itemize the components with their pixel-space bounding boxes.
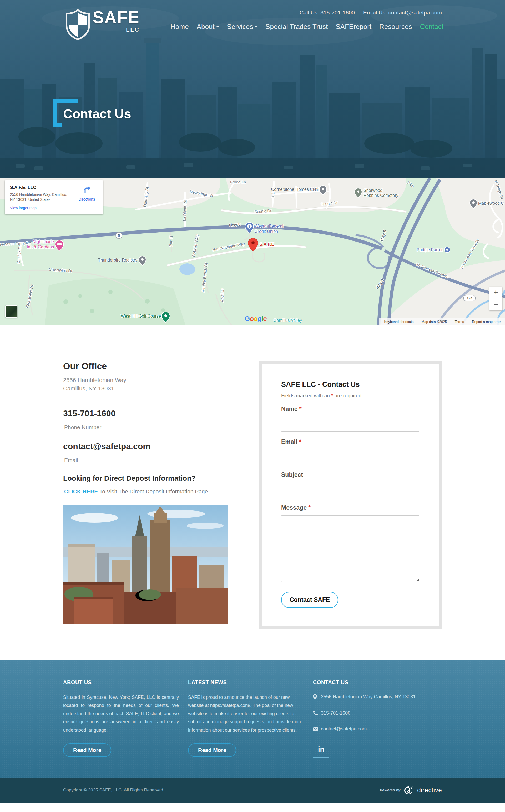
message-label: Message* [281,504,419,511]
map-label-par-pl: Par Pl [168,236,173,247]
location-pin-icon [313,693,321,702]
required-asterisk: * [308,504,311,511]
news-read-more-button[interactable]: Read More [188,743,236,757]
message-field-group: Message* [281,504,419,583]
subject-field-group: Subject [281,471,419,497]
syracuse-city-photo [63,505,228,624]
message-textarea[interactable] [281,515,419,582]
directive-logo-icon [403,785,414,795]
required-asterisk: * [299,405,302,412]
form-heading: SAFE LLC - Contact Us [281,380,419,389]
about-read-more-button[interactable]: Read More [63,743,111,757]
store-pin-icon [444,247,450,253]
map-label-cornerstone-homes: Cornerstone Homes CNY [271,187,319,191]
bottom-bar: Copyright © 2025 SAFE, LLC. All Rights R… [0,778,505,803]
name-field-group: Name* [281,405,419,432]
email-label: Email* [281,438,419,446]
map-label-anvil-dr: Anvil Dr [220,288,225,302]
footer-address-row: 2556 Hambletonian Way Camillus, NY 13031 [313,693,441,702]
map-label-sherwood: Sherwood [363,188,382,193]
main-nav: Home About Services Special Trades Trust… [170,23,444,31]
nav-item-special-trades-trust[interactable]: Special Trades Trust [266,23,328,31]
directions-button[interactable]: Directions [76,185,98,210]
name-label: Name* [281,405,419,413]
map-label-westar: Credit Union [255,229,278,234]
zoom-out-button[interactable]: − [489,299,502,311]
route-5-shield: 5 [118,234,120,237]
subject-input[interactable] [281,483,419,497]
logo-subtext: LLC [126,26,140,33]
logo-text: SAFE [93,9,140,26]
map-card-address: 2556 Hambletonian Way, Camillus, NY 1303… [10,192,76,202]
chevron-down-icon [216,26,219,29]
map-card-title: S.A.F.E. LLC [10,185,76,190]
required-fields-note: Fields marked with an * are required [281,393,419,398]
contact-form: SAFE LLC - Contact Us Fields marked with… [259,361,442,629]
latest-news-text: SAFE is proud to announce the launch of … [188,693,304,735]
footer-phone-row[interactable]: 315-701-1600 [313,710,441,717]
nav-item-resources[interactable]: Resources [379,23,412,31]
shield-logo-icon [65,9,91,40]
chevron-down-icon [255,26,258,29]
phone-icon [313,710,321,717]
map-zoom-control: + − [489,287,502,311]
contact-topbar: Call Us: 315-701-1600 Email Us: contact@… [293,9,442,16]
map-label-hwy5: Hwy 5 [229,222,241,227]
map-label-thunderbird: Thunderbird Registry [98,258,137,262]
map-label-frodo-ln: Frodo Ln [230,180,246,184]
map-label-golf-course: West Hill Golf Course [121,314,161,318]
linkedin-button[interactable]: in [313,741,329,758]
email-us-link[interactable]: Email Us: contact@safetpa.com [363,9,442,15]
page-footer: ABOUT US Situated in Syracuse, New York;… [0,660,505,778]
zoom-in-button[interactable]: + [489,287,502,299]
nav-item-contact[interactable]: Contact [420,23,444,31]
nav-item-services[interactable]: Services [227,23,258,31]
map-label-westar: Westar Federal [255,224,283,228]
about-us-text: Situated in Syracuse, New York; SAFE, LL… [63,693,179,735]
about-us-heading: ABOUT US [63,679,179,685]
email-input[interactable] [281,450,419,464]
route-174-shield: 174 [467,296,472,300]
email-field-group: Email* [281,438,419,464]
required-asterisk: * [299,438,301,445]
map-label-nightshade: Nightshade [33,239,54,244]
report-map-error-link[interactable]: Report a map error [472,320,501,324]
footer-email-row[interactable]: contact@safetpa.com [313,725,441,733]
view-larger-map-link[interactable]: View larger map [10,206,36,210]
powered-by-directive[interactable]: Powered by directive [380,785,442,795]
office-address: 2556 Hambletonian Way Camillus, NY 13031 [63,376,227,393]
nav-item-home[interactable]: Home [170,23,189,31]
satellite-view-toggle[interactable] [5,306,17,318]
map-label-maplewood: Maplewood C [478,201,504,205]
name-input[interactable] [281,417,419,432]
directions-icon [82,186,91,194]
map-label-ike-dixon-rd: Ike Dixon Rd [182,200,187,222]
site-logo[interactable]: SAFE LLC [65,9,140,40]
main-content: Our Office 2556 Hambletonian Way Camillu… [0,325,505,660]
phone-label: Phone Number [64,424,227,431]
map-attribution-bar: Keyboard shortcuts Map data ©2025 Terms … [379,318,505,325]
map-label-sherwood: Robbins Cemetery [363,193,398,198]
office-phone[interactable]: 315-701-1600 [63,409,227,419]
contact-safe-button[interactable]: Contact SAFE [281,592,338,608]
google-map-embed[interactable]: 5 174 Frodo Ln Donnelly St ir Dr Newbrid… [0,178,505,325]
nav-item-safereport[interactable]: SAFEreport [336,23,371,31]
map-info-card: S.A.F.E. LLC 2556 Hambletonian Way, Cami… [5,180,103,214]
terms-link[interactable]: Terms [455,320,464,324]
map-label-nightshade: Inn & Gardens [27,245,54,249]
call-us-link[interactable]: Call Us: 315-701-1600 [300,9,355,15]
nav-item-about[interactable]: About [197,23,219,31]
map-label-camillus-valley: Camillus Valley [274,318,302,323]
subject-label: Subject [281,471,419,478]
page-title: Contact Us [63,106,131,121]
email-label: Email [64,457,227,463]
click-here-link[interactable]: CLICK HERE [64,488,98,494]
map-label-safe: S.A.F.E [259,242,274,247]
footer-contact-heading: CONTACT US [313,679,441,685]
footer-about-column: ABOUT US Situated in Syracuse, New York;… [63,679,179,758]
latest-news-heading: LATEST NEWS [188,679,304,685]
google-logo[interactable]: Google [244,315,267,323]
hero-header: Call Us: 315-701-1600 Email Us: contact@… [0,0,505,178]
office-email[interactable]: contact@safetpa.com [63,442,227,451]
keyboard-shortcuts-link[interactable]: Keyboard shortcuts [384,320,413,324]
